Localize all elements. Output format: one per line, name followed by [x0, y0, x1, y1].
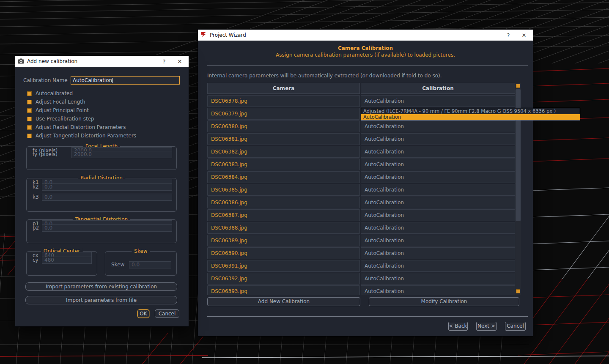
ok-button[interactable]: OK [137, 309, 149, 318]
calibration-combobox[interactable]: AutoCalibration [361, 273, 515, 285]
checkbox-row[interactable]: Adjust Focal Length [27, 98, 184, 106]
camera-name-cell[interactable]: DSC06391.jpg [207, 260, 360, 272]
calibration-combobox[interactable]: AutoCalibration [361, 247, 515, 259]
calibration-combobox[interactable]: AutoCalibration [361, 209, 515, 221]
calibration-combobox[interactable]: AutoCalibration [361, 171, 515, 183]
checkbox-row[interactable]: Adjust Principal Point [27, 106, 184, 115]
table-row: DSC06382.jpg AutoCalibration [207, 145, 515, 158]
add-calibration-titlebar[interactable]: Add new calibration ? ✕ [15, 56, 189, 67]
checkbox-row[interactable]: Adjust Tangential Distortion Parameters [27, 131, 184, 140]
field-input-disabled[interactable]: 0.0 [42, 183, 172, 191]
table-row: DSC06391.jpg AutoCalibration [207, 259, 515, 272]
optical-center-group: Optical Center cx 640 cy 480 [26, 251, 97, 276]
calibration-combobox[interactable]: AutoCalibration [361, 184, 515, 196]
cancel-button[interactable]: Cancel [155, 309, 179, 318]
camera-name-cell[interactable]: DSC06389.jpg [207, 235, 360, 246]
calibration-combobox[interactable]: AutoCalibration [361, 260, 515, 272]
camera-name-cell[interactable]: DSC06379.jpg [207, 108, 360, 120]
field-input-disabled[interactable]: 480 [42, 257, 92, 264]
calibration-combobox[interactable]: AutoCalibration [361, 235, 515, 246]
help-button[interactable]: ? [158, 58, 170, 65]
column-header-camera[interactable]: Camera [207, 83, 360, 94]
separator [207, 66, 528, 66]
calibration-combobox[interactable]: AutoCalibration [361, 159, 515, 170]
camera-name-cell[interactable]: DSC06382.jpg [207, 146, 360, 158]
table-row: DSC06387.jpg AutoCalibration [207, 208, 515, 221]
table-row: DSC06380.jpg AutoCalibration [207, 120, 515, 132]
calibration-combobox[interactable]: AutoCalibration [361, 95, 515, 107]
camera-name-cell[interactable]: DSC06384.jpg [207, 171, 360, 183]
scroll-up-button[interactable] [516, 84, 520, 88]
close-icon[interactable]: ✕ [518, 32, 530, 38]
close-icon[interactable]: ✕ [173, 58, 186, 65]
checkbox-row[interactable]: Use Precalibration step [27, 115, 184, 123]
checkbox-label: Autocalibrated [36, 90, 73, 96]
checkbox-row[interactable]: Adjust Radial Distortion Parameters [27, 123, 184, 131]
text-cursor [112, 78, 113, 83]
scroll-down-button[interactable] [516, 289, 520, 293]
project-wizard-dialog: Project Wizard ? ✕ Camera Calibration As… [198, 30, 533, 336]
calibration-combobox[interactable]: AutoCalibration [361, 222, 515, 234]
camera-name-cell[interactable]: DSC06387.jpg [207, 209, 360, 221]
table-row: DSC06389.jpg AutoCalibration [207, 234, 515, 246]
group-title: Skew [132, 248, 150, 254]
table-row: DSC06393.jpg AutoCalibration [207, 285, 515, 295]
field-row: k3 0.0 [33, 193, 172, 201]
checkbox-checked-icon[interactable] [27, 134, 32, 138]
checkbox-row[interactable]: Autocalibrated [27, 89, 184, 98]
camera-name-cell[interactable]: DSC06386.jpg [207, 197, 360, 208]
table-row: DSC06381.jpg AutoCalibration [207, 132, 515, 145]
camera-name-cell[interactable]: DSC06383.jpg [207, 159, 360, 170]
calibration-name-label: Calibration Name [23, 76, 68, 85]
add-calibration-body: Calibration Name AutoCalibration Autocal… [15, 67, 189, 326]
camera-name-cell[interactable]: DSC06378.jpg [207, 95, 360, 107]
camera-name-cell[interactable]: DSC06381.jpg [207, 133, 360, 145]
checkbox-checked-icon[interactable] [27, 91, 32, 96]
checkbox-checked-icon[interactable] [27, 108, 32, 113]
camera-name-cell[interactable]: DSC06390.jpg [207, 247, 360, 259]
dropdown-item-adjusted[interactable]: Adjusted (ILCE-7RM4A - 90 mm / FE 90mm F… [361, 108, 580, 114]
field-row: Skew 0.0 [111, 261, 171, 268]
dropdown-item-autocalibration[interactable]: AutoCalibration [361, 114, 580, 120]
checkbox-checked-icon[interactable] [27, 125, 32, 130]
option-checkbox-list: Autocalibrated Adjust Focal Length Adjus… [27, 89, 184, 140]
camera-name-cell[interactable]: DSC06393.jpg [207, 285, 360, 295]
field-label: p2 [33, 225, 42, 231]
skew-group: Skew Skew 0.0 [105, 251, 177, 276]
table-row: DSC06378.jpg AutoCalibration [207, 94, 515, 107]
checkbox-label: Adjust Principal Point [36, 107, 89, 113]
next-button[interactable]: Next > [476, 322, 497, 331]
table-row: DSC06388.jpg AutoCalibration [207, 221, 515, 234]
field-input-disabled[interactable]: 2000.0 [71, 151, 172, 158]
modify-calibration-button[interactable]: Modify Calibration [369, 297, 519, 306]
calibration-combobox[interactable]: AutoCalibration [361, 146, 515, 158]
calibration-combobox[interactable]: AutoCalibration [361, 285, 515, 295]
camera-name-cell[interactable]: DSC06392.jpg [207, 273, 360, 285]
add-new-calibration-button[interactable]: Add New Calibration [207, 297, 360, 306]
checkbox-checked-icon[interactable] [27, 117, 32, 121]
field-input-disabled[interactable]: 0.0 [129, 261, 171, 268]
calibration-name-input[interactable]: AutoCalibration [71, 76, 180, 85]
column-header-calibration[interactable]: Calibration [361, 83, 515, 94]
table-header: Camera Calibration [207, 83, 515, 94]
camera-name-cell[interactable]: DSC06380.jpg [207, 120, 360, 132]
camera-icon [18, 57, 24, 66]
table-row: DSC06385.jpg AutoCalibration [207, 183, 515, 196]
project-wizard-titlebar[interactable]: Project Wizard ? ✕ [198, 30, 533, 41]
checkbox-label: Adjust Radial Distortion Parameters [36, 124, 126, 130]
import-existing-calibration-button[interactable]: Import parameters from existing calibrat… [25, 282, 177, 291]
field-input-disabled[interactable]: 0.0 [42, 194, 172, 201]
field-input-disabled[interactable]: 0.0 [42, 224, 172, 232]
desktop: Project Wizard ? ✕ Camera Calibration As… [0, 0, 609, 364]
calibration-combobox[interactable]: AutoCalibration [361, 133, 515, 145]
help-button[interactable]: ? [502, 32, 515, 38]
camera-name-cell[interactable]: DSC06385.jpg [207, 184, 360, 196]
checkbox-checked-icon[interactable] [27, 100, 32, 104]
calibration-combobox[interactable]: AutoCalibration [361, 197, 515, 208]
import-from-file-button[interactable]: Import parameters from file [25, 296, 177, 304]
add-calibration-dialog: Add new calibration ? ✕ Calibration Name… [15, 56, 189, 326]
calibration-combobox[interactable]: AutoCalibration [361, 120, 515, 132]
camera-name-cell[interactable]: DSC06388.jpg [207, 222, 360, 234]
back-button[interactable]: < Back [448, 322, 468, 331]
wizard-cancel-button[interactable]: Cancel [505, 322, 526, 331]
